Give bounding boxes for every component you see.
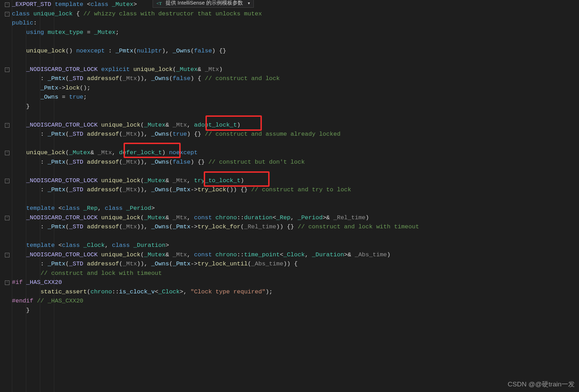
token-ty: _Period bbox=[298, 214, 322, 221]
token-mc: _HAS_CXX20 bbox=[26, 279, 62, 286]
token-id: _Pmtx bbox=[48, 223, 65, 230]
token-op: , bbox=[187, 177, 194, 184]
token-op: } bbox=[12, 103, 30, 110]
code-line[interactable]: : _Pmtx(_STD addressof(_Mtx)), _Owns(fal… bbox=[12, 158, 419, 167]
token-op: } bbox=[12, 307, 30, 314]
token-ty: _Clock bbox=[158, 288, 180, 295]
token-op bbox=[12, 29, 26, 36]
fold-toggle[interactable]: − bbox=[5, 253, 9, 257]
token-fn: unique_lock bbox=[101, 214, 140, 221]
fold-gutter[interactable]: −−−−−−−−− bbox=[0, 0, 11, 392]
token-id: _Pmtx bbox=[48, 159, 65, 165]
code-line[interactable]: public: bbox=[12, 19, 419, 28]
token-ty: time_point bbox=[244, 251, 280, 258]
code-line[interactable]: : _Pmtx(_STD addressof(_Mtx)), _Owns(_Pm… bbox=[12, 185, 419, 195]
token-fn: unique_lock bbox=[26, 48, 65, 54]
code-editor[interactable]: _EXPORT_STD template <class _Mutex>class… bbox=[12, 0, 419, 315]
token-op: < bbox=[273, 214, 276, 221]
token-op: ) {} bbox=[212, 48, 226, 54]
code-line[interactable]: } bbox=[12, 102, 419, 112]
code-line[interactable]: _NODISCARD_CTOR_LOCK unique_lock(_Mutex&… bbox=[12, 250, 419, 260]
chevron-down-icon[interactable]: ▾ bbox=[248, 1, 250, 6]
fold-toggle[interactable]: − bbox=[5, 179, 9, 183]
token-op: : bbox=[12, 75, 48, 82]
token-fn: addressof bbox=[87, 131, 119, 137]
token-kw: nullptr bbox=[137, 48, 162, 54]
code-line[interactable]: : _Pmtx(_STD addressof(_Mtx)), _Owns(tru… bbox=[12, 130, 419, 139]
code-line[interactable]: _NODISCARD_CTOR_LOCK unique_lock(_Mutex&… bbox=[12, 121, 419, 130]
code-line[interactable]: } bbox=[12, 306, 419, 315]
token-op: > bbox=[166, 242, 169, 249]
token-pr: _Mtx bbox=[173, 177, 187, 184]
token-op: ( bbox=[65, 159, 69, 165]
token-pr: _Mtx bbox=[173, 122, 187, 128]
code-line[interactable] bbox=[12, 37, 419, 47]
code-line[interactable]: static_assert(chrono::is_clock_v<_Clock>… bbox=[12, 287, 419, 297]
code-line[interactable]: _NODISCARD_CTOR_LOCK explicit unique_loc… bbox=[12, 65, 419, 74]
token-pr: _Mtx bbox=[123, 131, 137, 137]
code-line[interactable]: _Owns = true; bbox=[12, 93, 419, 102]
token-fn: unique_lock bbox=[26, 149, 65, 156]
code-line[interactable] bbox=[12, 111, 419, 121]
token-id: _Owns bbox=[151, 131, 169, 137]
token-id: _Owns bbox=[151, 186, 169, 193]
token-tr: false bbox=[173, 75, 190, 82]
code-line[interactable]: template <class _Rep, class _Period> bbox=[12, 204, 419, 213]
code-line[interactable]: : _Pmtx(_STD addressof(_Mtx)), _Owns(_Pm… bbox=[12, 222, 419, 232]
token-kw: class bbox=[112, 242, 130, 249]
fold-toggle[interactable]: − bbox=[5, 151, 9, 155]
fold-toggle[interactable]: − bbox=[5, 216, 9, 220]
code-line[interactable] bbox=[12, 139, 419, 149]
code-line[interactable]: _NODISCARD_CTOR_LOCK unique_lock(_Mutex&… bbox=[12, 176, 419, 186]
fold-toggle[interactable]: − bbox=[5, 12, 9, 16]
code-line[interactable]: _NODISCARD_CTOR_LOCK unique_lock(_Mutex&… bbox=[12, 213, 419, 223]
token-ty: duration bbox=[244, 214, 273, 221]
code-line[interactable]: template <class _Clock, class _Duration> bbox=[12, 241, 419, 250]
code-line[interactable]: : _Pmtx(_STD addressof(_Mtx)), _Owns(_Pm… bbox=[12, 259, 419, 269]
fold-toggle[interactable]: − bbox=[5, 280, 9, 285]
token-kw: template bbox=[26, 242, 55, 249]
code-line[interactable]: #endif // _HAS_CXX20 bbox=[12, 297, 419, 306]
token-op: , bbox=[305, 251, 312, 258]
token-op: )), bbox=[137, 186, 151, 193]
fold-toggle[interactable]: − bbox=[5, 123, 9, 128]
token-op: ()) {} bbox=[226, 186, 251, 193]
token-op: , bbox=[187, 251, 194, 258]
token-op bbox=[12, 168, 15, 174]
code-line[interactable]: // construct and lock with timeout bbox=[12, 269, 419, 278]
token-mc: _STD bbox=[69, 159, 83, 165]
token-mc: _STD bbox=[69, 75, 83, 82]
code-line[interactable]: : _Pmtx(_STD addressof(_Mtx)), _Owns(fal… bbox=[12, 74, 419, 84]
token-id: _Owns bbox=[151, 75, 169, 82]
token-op bbox=[12, 149, 26, 156]
token-ty: _Rep bbox=[276, 214, 291, 221]
token-op bbox=[30, 10, 33, 17]
code-line[interactable] bbox=[12, 232, 419, 241]
token-op: ) { bbox=[190, 75, 205, 82]
intellisense-tooltip[interactable]: <T> 提供 IntelliSense 的示例模板参数 ▾ bbox=[153, 0, 254, 8]
token-op: ) bbox=[387, 251, 390, 258]
token-ty: _Clock bbox=[83, 242, 105, 249]
code-line[interactable]: #if _HAS_CXX20 bbox=[12, 278, 419, 287]
code-line[interactable]: _Pmtx->lock(); bbox=[12, 84, 419, 93]
code-line[interactable] bbox=[12, 167, 419, 176]
token-tr: true bbox=[173, 131, 187, 137]
code-line[interactable] bbox=[12, 195, 419, 204]
token-op: < bbox=[55, 242, 62, 249]
token-op: < bbox=[83, 1, 90, 8]
token-op: -> bbox=[58, 85, 65, 91]
code-line[interactable]: using mutex_type = _Mutex; bbox=[12, 28, 419, 37]
token-op bbox=[12, 205, 26, 212]
code-line[interactable]: unique_lock() noexcept : _Pmtx(nullptr),… bbox=[12, 47, 419, 56]
token-ty: _Mutex bbox=[144, 251, 165, 258]
code-line[interactable]: unique_lock(_Mutex& _Mtx, defer_lock_t) … bbox=[12, 148, 419, 158]
fold-toggle[interactable]: − bbox=[5, 67, 9, 72]
token-op: ( bbox=[65, 186, 69, 193]
fold-toggle[interactable]: − bbox=[5, 2, 9, 7]
token-op bbox=[108, 1, 112, 8]
code-line[interactable]: class unique_lock { // whizzy class with… bbox=[12, 9, 419, 19]
token-op: () bbox=[65, 48, 76, 54]
token-op: ( bbox=[65, 75, 69, 82]
token-cm: // construct and lock with timeout bbox=[41, 270, 162, 277]
code-line[interactable] bbox=[12, 56, 419, 65]
